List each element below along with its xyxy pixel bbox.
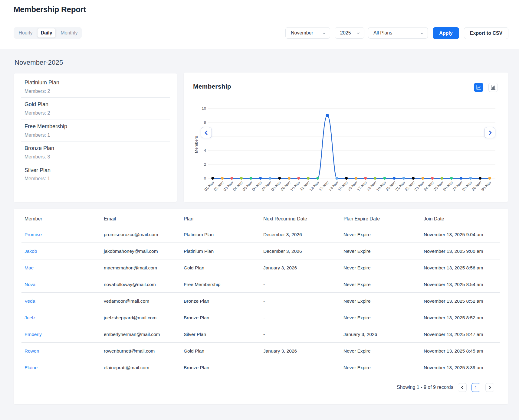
svg-text:10-Nov: 10-Nov [290, 180, 301, 192]
svg-text:13-Nov: 13-Nov [318, 180, 330, 192]
svg-text:02-Nov: 02-Nov [213, 180, 225, 192]
svg-text:8: 8 [204, 120, 206, 125]
svg-text:16-Nov: 16-Nov [347, 180, 359, 192]
svg-text:4: 4 [204, 148, 206, 153]
svg-text:04-Nov: 04-Nov [232, 180, 244, 192]
svg-text:24-Nov: 24-Nov [423, 180, 435, 192]
svg-text:07-Nov: 07-Nov [261, 180, 273, 192]
svg-text:28-Nov: 28-Nov [462, 180, 473, 192]
svg-text:03-Nov: 03-Nov [223, 180, 235, 192]
svg-text:11-Nov: 11-Nov [299, 180, 311, 192]
svg-text:2: 2 [204, 162, 206, 167]
svg-text:Members: Members [194, 136, 199, 153]
svg-text:17-Nov: 17-Nov [356, 180, 368, 192]
svg-text:18-Nov: 18-Nov [366, 180, 378, 192]
svg-text:30-Nov: 30-Nov [481, 180, 492, 192]
svg-text:06-Nov: 06-Nov [251, 180, 263, 192]
svg-text:05-Nov: 05-Nov [242, 180, 254, 192]
svg-text:0: 0 [204, 176, 206, 181]
svg-text:19-Nov: 19-Nov [376, 180, 387, 192]
svg-text:25-Nov: 25-Nov [433, 180, 445, 192]
svg-text:08-Nov: 08-Nov [270, 180, 282, 192]
svg-text:14-Nov: 14-Nov [328, 180, 340, 192]
svg-text:09-Nov: 09-Nov [280, 180, 292, 192]
svg-text:12-Nov: 12-Nov [309, 180, 320, 192]
svg-text:29-Nov: 29-Nov [471, 180, 483, 192]
svg-text:15-Nov: 15-Nov [337, 180, 349, 192]
svg-text:22-Nov: 22-Nov [404, 180, 416, 192]
svg-text:01-Nov: 01-Nov [204, 180, 215, 192]
svg-text:20-Nov: 20-Nov [385, 180, 397, 192]
svg-text:21-Nov: 21-Nov [395, 180, 406, 192]
svg-text:10: 10 [202, 106, 206, 111]
svg-text:27-Nov: 27-Nov [452, 180, 464, 192]
svg-text:23-Nov: 23-Nov [414, 180, 425, 192]
svg-text:26-Nov: 26-Nov [442, 180, 454, 192]
